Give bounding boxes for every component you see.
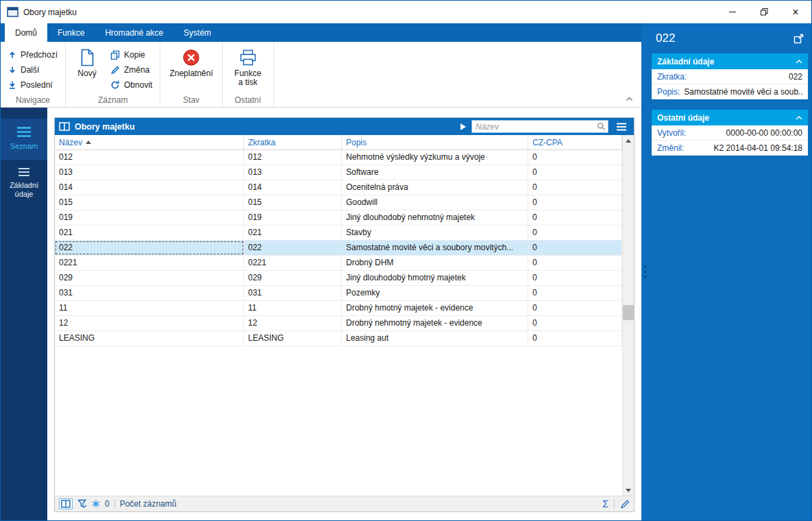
ribbon: Předchozí Další Poslední Navigace <box>1 42 641 108</box>
tab-system[interactable]: Systém <box>173 23 221 42</box>
field-popis: Popis: Samostatné movité věci a soub... <box>652 84 808 99</box>
list-icon <box>16 126 32 138</box>
panel-splitter[interactable] <box>641 23 648 520</box>
section-title: Základní údaje <box>657 57 714 66</box>
tab-hromadne-akce[interactable]: Hromadné akce <box>95 23 173 42</box>
columns-view-button[interactable] <box>59 498 73 509</box>
splitter-grip-icon <box>644 266 646 278</box>
table-cell: 013 <box>244 165 342 180</box>
next-button[interactable]: Další <box>5 62 42 77</box>
field-value: K2 2014-04-01 09:54:18 <box>714 143 802 153</box>
section-header-ostatni-udaje[interactable]: Ostatní údaje <box>652 110 808 125</box>
scrollbar-thumb[interactable] <box>623 305 634 320</box>
functions-print-button[interactable]: Funkce a tisk <box>227 44 269 88</box>
scroll-up-button[interactable] <box>623 135 634 146</box>
open-in-window-button[interactable] <box>793 34 804 44</box>
table-cell: 11 <box>244 301 342 315</box>
invalidate-label: Zneplatnění <box>169 69 212 78</box>
table-row[interactable]: 1212Drobný nehmotný majetek - evidence0 <box>55 316 622 331</box>
section-zakladni-udaje: Základní údaje Zkratka: 022 Popis: Samos… <box>652 53 808 99</box>
sidebar-item-seznam[interactable]: Seznam <box>1 119 47 160</box>
table-row[interactable]: 029029Jiný dlouhodobý hmotný majetek0 <box>55 271 622 286</box>
section-header-zakladni-udaje[interactable]: Základní údaje <box>652 53 808 69</box>
scroll-down-button[interactable] <box>623 485 634 496</box>
sum-button[interactable]: Σ <box>602 498 608 509</box>
table-cell: 0 <box>528 286 622 300</box>
table: Název Zkratka Popis CZ-CPA 012012Nehmotn… <box>55 135 622 496</box>
hamburger-icon <box>616 123 627 131</box>
column-header-cz-cpa[interactable]: CZ-CPA <box>528 135 622 149</box>
pencil-icon <box>620 499 630 509</box>
table-cell: 12 <box>244 316 342 330</box>
freeze-button[interactable] <box>92 500 100 508</box>
vertical-scrollbar[interactable] <box>622 135 634 496</box>
table-row[interactable]: 013013Software0 <box>55 165 622 180</box>
table-header-row: Název Zkratka Popis CZ-CPA <box>55 135 622 150</box>
new-button[interactable]: Nový <box>70 44 104 80</box>
scroll-down-icon <box>626 489 631 492</box>
table-row[interactable]: 014014Ocenitelná práva0 <box>55 180 622 195</box>
scrollbar-track[interactable] <box>623 146 634 485</box>
refresh-label: Obnovit <box>124 80 152 90</box>
table-row[interactable]: 021021Stavby0 <box>55 226 622 241</box>
snowflake-icon <box>92 500 100 508</box>
table-row[interactable]: 1111Drobný hmotný majetek - evidence0 <box>55 301 622 316</box>
menu-button[interactable] <box>614 120 629 133</box>
new-label: Nový <box>77 69 96 78</box>
section-body: Vytvořil: 0000-00-00 00:00:00 Změnil: K2… <box>652 125 808 156</box>
sidebar-item-zakladni-udaje-label: Základní údaje <box>2 181 46 199</box>
column-header-popis[interactable]: Popis <box>342 135 528 149</box>
table-cell: 013 <box>55 165 244 180</box>
restore-icon <box>761 8 768 16</box>
table-cell: 014 <box>244 180 342 195</box>
previous-button[interactable]: Předchozí <box>5 47 61 62</box>
close-button[interactable]: × <box>780 1 811 23</box>
tab-domu[interactable]: Domů <box>5 23 47 42</box>
table-cell: LEASING <box>55 331 244 346</box>
ribbon-collapse-button[interactable] <box>626 94 633 104</box>
table-row[interactable]: 015015Goodwill0 <box>55 195 622 210</box>
copy-button[interactable]: Kopie <box>107 47 156 62</box>
minimize-button[interactable] <box>717 1 748 23</box>
field-value: 0000-00-00 00:00:00 <box>726 128 802 138</box>
refresh-icon <box>110 80 120 90</box>
main-area: Obory majetku <box>47 108 641 520</box>
section-body: Zkratka: 022 Popis: Samostatné movité vě… <box>652 69 808 99</box>
invalidate-button[interactable]: Zneplatnění <box>164 44 217 80</box>
titlebar: Obory majetku × <box>1 1 811 23</box>
refresh-button[interactable]: Obnovit <box>107 77 156 92</box>
ribbon-group-zaznam: Nový Kopie Změna <box>66 42 160 107</box>
table-row[interactable]: 02210221Drobný DHM0 <box>55 256 622 271</box>
tab-funkce[interactable]: Funkce <box>47 23 95 42</box>
table-cell: 031 <box>244 286 342 300</box>
edit-record-button[interactable] <box>620 499 630 509</box>
table-cell: 029 <box>55 271 244 285</box>
table-icon <box>59 122 70 131</box>
column-header-nazev[interactable]: Název <box>55 135 244 149</box>
sidebar-item-zakladni-udaje[interactable]: Základní údaje <box>1 160 47 208</box>
table-row[interactable]: 019019Jiný dlouhodobý nehmotný majetek0 <box>55 210 622 226</box>
section-ostatni-udaje: Ostatní údaje Vytvořil: 0000-00-00 00:00… <box>652 110 808 156</box>
table-row[interactable]: 012012Nehmotné výsledky výzkumu a vývoje… <box>55 150 622 165</box>
table-cell: 0 <box>528 180 622 195</box>
maximize-button[interactable] <box>748 1 780 23</box>
filter-button[interactable] <box>77 499 87 509</box>
sidebar: Seznam Základní údaje <box>1 108 47 520</box>
arrow-down-icon <box>8 66 16 74</box>
table-cell: 0 <box>528 256 622 270</box>
table-row[interactable]: LEASINGLEASINGLeasing aut0 <box>55 331 622 346</box>
column-header-zkratka[interactable]: Zkratka <box>244 135 342 149</box>
printer-icon <box>239 48 257 67</box>
red-x-circle-icon <box>182 48 200 67</box>
table-row[interactable]: 031031Pozemky0 <box>55 286 622 301</box>
table-cell: 0 <box>528 226 622 240</box>
table-panel-header: Obory majetku <box>55 118 634 135</box>
play-icon[interactable] <box>460 123 466 130</box>
edit-button[interactable]: Změna <box>107 62 156 77</box>
table-cell: Ocenitelná práva <box>342 180 528 195</box>
last-button[interactable]: Poslední <box>5 77 56 92</box>
sort-asc-icon <box>86 141 91 144</box>
table-cell: 0 <box>528 241 622 255</box>
table-row-selected[interactable]: 022022Samostatné movité věci a soubory m… <box>55 241 622 256</box>
search-input[interactable] <box>476 122 597 132</box>
